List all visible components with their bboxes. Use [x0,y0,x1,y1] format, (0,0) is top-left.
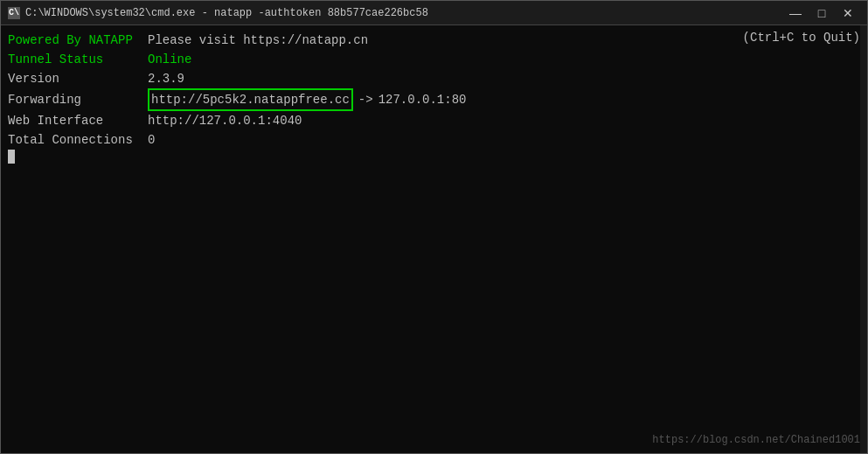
version-label: Version [8,69,148,88]
powered-by-label: Powered By NATAPP [8,31,148,50]
web-interface-value: http://127.0.0.1:4040 [148,111,302,130]
cursor-line [8,150,860,169]
forwarding-url: http://5pc5k2.natappfree.cc [148,88,353,111]
console-body: (Ctrl+C to Quit) Powered By NATAPP Pleas… [1,25,867,453]
version-value: 2.3.9 [148,69,184,88]
watermark: https://blog.csdn.net/Chained1001 [652,434,860,446]
powered-by-line: Powered By NATAPP Please visit https://n… [8,31,860,50]
total-connections-label: Total Connections [8,130,148,150]
visit-text: Please visit https://natapp.cn [148,31,368,50]
window-controls: — □ ✕ [783,3,860,23]
tunnel-status-label: Tunnel Status [8,50,148,69]
maximize-button[interactable]: □ [809,3,834,23]
total-connections-value: 0 [148,130,155,150]
web-interface-line: Web Interface http://127.0.0.1:4040 [8,111,860,130]
quit-hint: (Ctrl+C to Quit) [743,31,860,45]
forwarding-target: 127.0.0.1:80 [378,90,467,109]
window-title: C:\WINDOWS\system32\cmd.exe - natapp -au… [25,7,428,19]
close-button[interactable]: ✕ [836,3,860,23]
minimize-button[interactable]: — [783,3,808,23]
title-bar: C\ C:\WINDOWS\system32\cmd.exe - natapp … [1,1,867,25]
web-interface-label: Web Interface [8,111,148,130]
forwarding-label: Forwarding [8,90,148,109]
forwarding-arrow: -> [358,90,373,109]
cmd-window: C\ C:\WINDOWS\system32\cmd.exe - natapp … [0,0,868,454]
tunnel-status-value: Online [148,50,191,69]
forwarding-line: Forwarding http://5pc5k2.natappfree.cc -… [8,88,860,111]
window-icon: C\ [8,7,20,19]
version-line: Version 2.3.9 [8,69,860,88]
tunnel-status-line: Tunnel Status Online [8,50,860,69]
cursor [8,150,15,164]
scrollbar[interactable] [860,25,867,453]
title-bar-left: C\ C:\WINDOWS\system32\cmd.exe - natapp … [8,7,428,19]
total-connections-line: Total Connections 0 [8,130,860,150]
